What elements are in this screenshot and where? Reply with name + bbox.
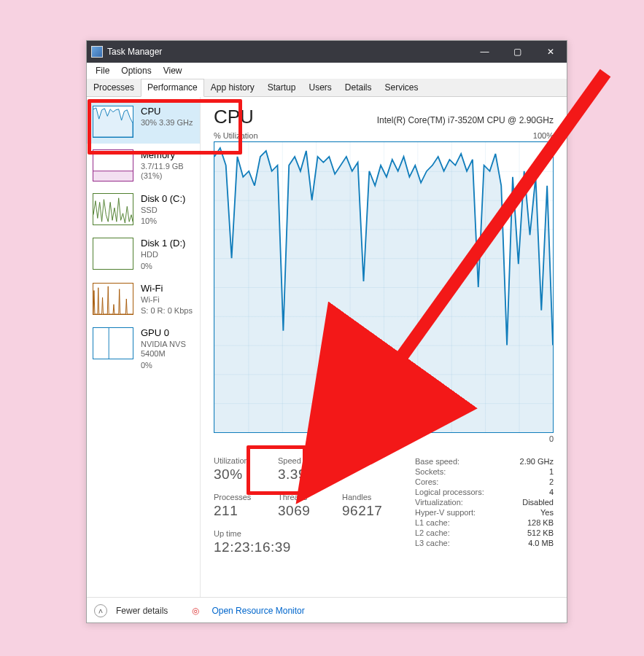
info-sockets-k: Sockets:: [415, 467, 446, 476]
cpu-utilization-chart[interactable]: [214, 141, 554, 433]
tab-performance[interactable]: Performance: [141, 79, 204, 97]
tab-startup[interactable]: Startup: [261, 79, 303, 96]
info-base-speed-v: 2.90 GHz: [520, 457, 554, 466]
stat-speed-value: 3.39 GHz: [278, 466, 339, 483]
info-sockets-v: 1: [549, 467, 554, 476]
cpu-thumb-chart: [93, 106, 133, 138]
tab-app-history[interactable]: App history: [204, 79, 261, 96]
chevron-up-icon[interactable]: ʌ: [94, 604, 107, 617]
main-panel: CPU Intel(R) Core(TM) i7-3520M CPU @ 2.9…: [201, 97, 567, 597]
sidebar-gpu-label: GPU 0: [141, 327, 194, 338]
info-cores-v: 2: [549, 477, 554, 486]
sidebar-item-gpu[interactable]: GPU 0 NVIDIA NVS 5400M 0%: [87, 321, 200, 376]
stat-handles-label: Handles: [342, 493, 393, 501]
chart-ymax: 100%: [533, 131, 554, 140]
sidebar: CPU 30% 3.39 GHz Memory 3.7/11.9 GB (31%…: [87, 97, 201, 597]
sidebar-cpu-label: CPU: [141, 106, 193, 117]
sidebar-gpu-sub2: 0%: [141, 361, 194, 370]
stat-utilization-label: Utilization: [214, 456, 265, 465]
cpu-info-list: Base speed:2.90 GHz Sockets:1 Cores:2 Lo…: [415, 456, 554, 566]
stat-handles-value: 96217: [342, 503, 393, 519]
stat-uptime-label: Up time: [214, 529, 291, 538]
info-virt-k: Virtualization:: [415, 498, 463, 507]
tab-services[interactable]: Services: [379, 79, 425, 96]
sidebar-cpu-sub: 30% 3.39 GHz: [141, 118, 193, 128]
sidebar-gpu-sub1: NVIDIA NVS 5400M: [141, 340, 194, 359]
info-logical-v: 4: [549, 488, 554, 496]
open-resource-monitor-link[interactable]: Open Resource Monitor: [212, 606, 304, 616]
disk0-thumb-chart: [93, 193, 133, 225]
info-l2-v: 512 KB: [527, 528, 554, 537]
main-title: CPU: [214, 106, 254, 128]
sidebar-wifi-sub1: Wi-Fi: [141, 295, 193, 305]
sidebar-item-disk0[interactable]: Disk 0 (C:) SSD 10%: [87, 187, 200, 232]
info-base-speed-k: Base speed:: [415, 457, 459, 466]
info-l2-k: L2 cache:: [415, 528, 450, 537]
stat-speed-label: Speed: [278, 456, 339, 465]
stat-processes-value: 211: [214, 503, 265, 519]
menu-view[interactable]: View: [158, 64, 188, 77]
footer: ʌ Fewer details ◎ Open Resource Monitor: [87, 597, 567, 623]
close-button[interactable]: ✕: [534, 41, 567, 63]
info-l3-v: 4.0 MB: [528, 539, 554, 547]
tab-processes[interactable]: Processes: [87, 79, 141, 96]
sidebar-disk1-label: Disk 1 (D:): [141, 238, 185, 249]
stat-utilization-value: 30%: [214, 466, 265, 483]
sidebar-wifi-sub2: S: 0 R: 0 Kbps: [141, 306, 193, 316]
maximize-button[interactable]: ▢: [501, 41, 534, 63]
info-l1-k: L1 cache:: [415, 518, 450, 527]
chart-ymin: 0: [549, 434, 554, 443]
sidebar-wifi-label: Wi-Fi: [141, 283, 193, 294]
stat-speed: Speed 3.39 GHz: [278, 456, 339, 483]
cpu-model: Intel(R) Core(TM) i7-3520M CPU @ 2.90GHz: [377, 115, 554, 125]
sidebar-disk0-sub2: 10%: [141, 216, 185, 226]
resource-monitor-icon: ◎: [190, 605, 201, 617]
info-hyperv-v: Yes: [540, 508, 554, 517]
stat-threads: Threads 3069: [278, 493, 329, 519]
info-hyperv-k: Hyper-V support:: [415, 508, 476, 517]
sidebar-disk1-sub2: 0%: [141, 262, 185, 271]
sidebar-item-disk1[interactable]: Disk 1 (D:) HDD 0%: [87, 232, 200, 276]
sidebar-disk1-sub1: HDD: [141, 250, 185, 259]
fewer-details-link[interactable]: Fewer details: [116, 606, 168, 616]
tabbar: Processes Performance App history Startu…: [87, 79, 567, 97]
disk1-thumb-chart: [93, 238, 133, 270]
menubar: File Options View: [87, 63, 567, 79]
wifi-thumb-chart: [93, 283, 133, 315]
sidebar-item-wifi[interactable]: Wi-Fi Wi-Fi S: 0 R: 0 Kbps: [87, 277, 200, 321]
memory-thumb-chart: [93, 149, 133, 181]
sidebar-item-cpu[interactable]: CPU 30% 3.39 GHz: [87, 100, 200, 144]
sidebar-memory-sub: 3.7/11.9 GB (31%): [141, 162, 194, 181]
info-l1-v: 128 KB: [527, 518, 554, 527]
window-title: Task Manager: [107, 47, 468, 57]
info-cores-k: Cores:: [415, 477, 438, 486]
chart-ylabel: % Utilization: [214, 131, 258, 140]
info-logical-k: Logical processors:: [415, 488, 484, 496]
info-virt-v: Disabled: [522, 498, 554, 507]
stat-handles: Handles 96217: [342, 493, 393, 519]
stat-uptime-value: 12:23:16:39: [214, 539, 291, 555]
svg-rect-0: [93, 171, 133, 181]
tab-users[interactable]: Users: [302, 79, 338, 96]
stat-uptime: Up time 12:23:16:39: [214, 529, 291, 555]
stat-threads-value: 3069: [278, 503, 329, 519]
app-icon: [91, 46, 103, 58]
titlebar[interactable]: Task Manager — ▢ ✕: [87, 41, 567, 63]
menu-options[interactable]: Options: [115, 64, 157, 77]
sidebar-memory-label: Memory: [141, 149, 194, 160]
gpu-thumb-chart: [93, 327, 133, 359]
menu-file[interactable]: File: [90, 64, 115, 77]
stat-processes: Processes 211: [214, 493, 265, 519]
sidebar-item-memory[interactable]: Memory 3.7/11.9 GB (31%): [87, 144, 200, 187]
info-l3-k: L3 cache:: [415, 539, 450, 547]
task-manager-window: Task Manager — ▢ ✕ File Options View Pro…: [86, 40, 567, 623]
minimize-button[interactable]: —: [468, 41, 501, 63]
sidebar-disk0-sub1: SSD: [141, 206, 185, 215]
tab-details[interactable]: Details: [338, 79, 379, 96]
stat-utilization: Utilization 30%: [214, 456, 265, 483]
stat-processes-label: Processes: [214, 493, 265, 501]
stat-threads-label: Threads: [278, 493, 329, 501]
sidebar-disk0-label: Disk 0 (C:): [141, 193, 185, 204]
